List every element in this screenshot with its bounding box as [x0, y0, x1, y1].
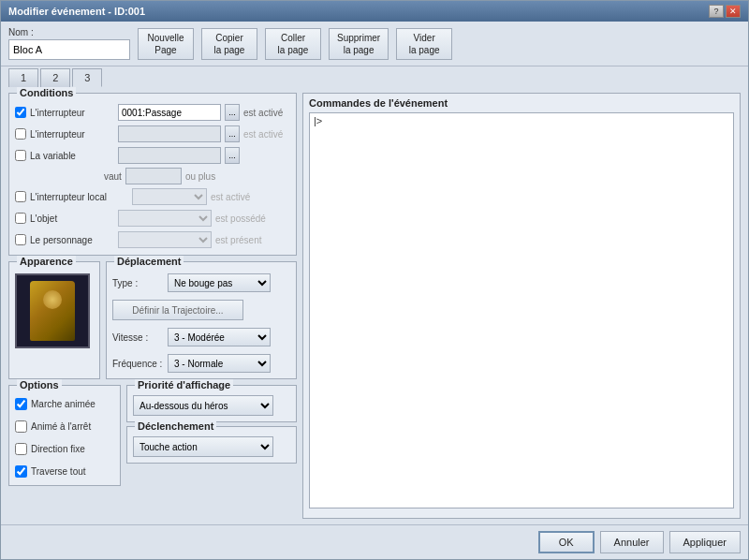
objet-status: est possédé	[215, 214, 266, 224]
local-select[interactable]	[132, 188, 207, 205]
commands-title: Commandes de l'événement	[309, 97, 734, 109]
tab-3[interactable]: 3	[72, 68, 102, 87]
condition-row-3: La variable ...	[15, 146, 290, 165]
options-group: Options Marche animée Animé à l'arrêt Di…	[8, 385, 121, 486]
traverse-label: Traverse tout	[31, 466, 86, 477]
declenchement-select[interactable]: Touche action Contact avec héros Contact…	[133, 436, 273, 457]
options-priority-row: Options Marche animée Animé à l'arrêt Di…	[8, 385, 297, 486]
condition-row-2: L'interrupteur ... est activé	[15, 125, 290, 143]
depl-vitesse-row: Vitesse : 3 - Modérée	[112, 328, 290, 346]
marche-checkbox[interactable]	[15, 398, 27, 410]
arret-label: Animé à l'arrêt	[31, 421, 91, 432]
ok-button[interactable]: OK	[538, 531, 595, 553]
local-status: est activé	[211, 192, 250, 202]
main-window: Modifier événement - ID:001 ? ✕ Nom : No…	[0, 0, 749, 560]
traverse-row: Traverse tout	[15, 463, 114, 479]
depl-vitesse-label: Vitesse :	[112, 332, 164, 343]
direction-row: Direction fixe	[15, 440, 114, 457]
right-panel: Commandes de l'événement |>	[302, 93, 741, 519]
name-section: Nom :	[8, 27, 130, 60]
apparence-group: Apparence	[8, 261, 100, 379]
interrupteur1-checkbox[interactable]	[15, 107, 26, 118]
perso-status: est présent	[215, 235, 261, 245]
perso-checkbox[interactable]	[15, 234, 26, 245]
title-bar: Modifier événement - ID:001 ? ✕	[1, 1, 748, 22]
perso-select[interactable]	[118, 231, 212, 248]
arret-row: Animé à l'arrêt	[15, 418, 114, 435]
window-title: Modifier événement - ID:001	[8, 6, 145, 17]
marche-row: Marche animée	[15, 395, 114, 412]
close-button[interactable]: ✕	[726, 5, 741, 18]
vaut-row: vaut ou plus	[15, 168, 290, 184]
depl-freq-label: Fréquence :	[112, 359, 164, 369]
variable-browse-button[interactable]: ...	[225, 147, 240, 164]
depl-vitesse-select[interactable]: 3 - Modérée	[168, 328, 271, 346]
vider-page-button[interactable]: Vider la page	[396, 28, 452, 60]
options-title: Options	[17, 379, 62, 391]
interrupteur1-label: L'interrupteur	[30, 108, 114, 118]
content-area: Conditions L'interrupteur ... est activé…	[1, 87, 748, 524]
interrupteur1-input[interactable]	[118, 104, 221, 121]
interrupteur1-browse-button[interactable]: ...	[225, 104, 240, 121]
interrupteur2-status: est activé	[243, 129, 283, 140]
commands-group: Commandes de l'événement |>	[302, 93, 741, 519]
name-input[interactable]	[8, 39, 130, 60]
sprite-preview[interactable]	[15, 273, 90, 348]
annuler-button[interactable]: Annuler	[600, 531, 664, 553]
variable-label: La variable	[30, 151, 114, 161]
priority-trigger-box: Priorité d'affichage Au-dessous du héros…	[126, 385, 297, 486]
cmd-line-1: |>	[314, 115, 729, 130]
appliquer-button[interactable]: Appliquer	[669, 531, 741, 553]
ou-plus-label: ou plus	[185, 171, 215, 182]
depl-type-label: Type :	[112, 278, 164, 288]
objet-checkbox[interactable]	[15, 213, 26, 224]
declenchement-title: Déclenchement	[135, 420, 216, 432]
tabs-bar: 1 2 3	[1, 66, 748, 87]
direction-label: Direction fixe	[31, 444, 85, 454]
traj-button[interactable]: Définir la Trajectoire...	[112, 300, 243, 320]
condition-row-1: L'interrupteur ... est activé	[15, 103, 290, 122]
supprimer-page-button[interactable]: Supprimer la page	[329, 28, 389, 60]
conditions-content: L'interrupteur ... est activé L'interrup…	[15, 103, 290, 249]
toolbar: Nom : Nouvelle Page Copier la page Colle…	[1, 22, 748, 66]
interrupteur2-checkbox[interactable]	[15, 128, 26, 140]
declenchement-group: Déclenchement Touche action Contact avec…	[126, 426, 297, 464]
bottom-panels: Apparence Déplacement Type : Ne bouge pa…	[8, 261, 297, 379]
depl-type-row: Type : Ne bouge pas	[112, 273, 290, 292]
deplacement-title: Déplacement	[114, 256, 184, 267]
vaut-label: vaut	[104, 171, 122, 182]
interrupteur1-status: est activé	[243, 108, 283, 118]
nouvelle-page-button[interactable]: Nouvelle Page	[138, 28, 194, 60]
help-button[interactable]: ?	[709, 5, 724, 18]
left-panel: Conditions L'interrupteur ... est activé…	[8, 93, 297, 519]
conditions-title: Conditions	[17, 87, 76, 98]
depl-freq-select[interactable]: 3 - Normale	[168, 354, 271, 373]
traverse-checkbox[interactable]	[15, 465, 27, 478]
title-bar-buttons: ? ✕	[709, 5, 741, 18]
deplacement-group: Déplacement Type : Ne bouge pas Définir …	[106, 261, 297, 379]
perso-label: Le personnage	[30, 235, 114, 245]
tab-1[interactable]: 1	[8, 68, 38, 87]
copier-page-button[interactable]: Copier la page	[201, 28, 257, 60]
interrupteur2-input[interactable]	[118, 125, 221, 142]
interrupteur2-browse-button[interactable]: ...	[225, 125, 240, 142]
vaut-input[interactable]	[125, 168, 182, 184]
coller-page-button[interactable]: Coller la page	[265, 28, 321, 60]
variable-checkbox[interactable]	[15, 150, 26, 161]
commands-area[interactable]: |>	[309, 112, 734, 508]
depl-type-select[interactable]: Ne bouge pas	[168, 273, 271, 292]
objet-select[interactable]	[118, 210, 212, 227]
interrupteur2-label: L'interrupteur	[30, 129, 114, 140]
sprite-detail	[43, 290, 62, 309]
local-checkbox[interactable]	[15, 191, 26, 202]
priorite-select[interactable]: Au-dessous du héros Même niveau que héro…	[133, 395, 273, 416]
sprite-image	[30, 281, 75, 341]
footer: OK Annuler Appliquer	[1, 524, 748, 559]
tab-2[interactable]: 2	[40, 68, 70, 87]
local-label: L'interrupteur local	[30, 192, 128, 202]
depl-freq-row: Fréquence : 3 - Normale	[112, 354, 290, 373]
local-row: L'interrupteur local est activé	[15, 187, 290, 206]
variable-input[interactable]	[118, 147, 221, 164]
direction-checkbox[interactable]	[15, 443, 27, 455]
arret-checkbox[interactable]	[15, 420, 27, 433]
